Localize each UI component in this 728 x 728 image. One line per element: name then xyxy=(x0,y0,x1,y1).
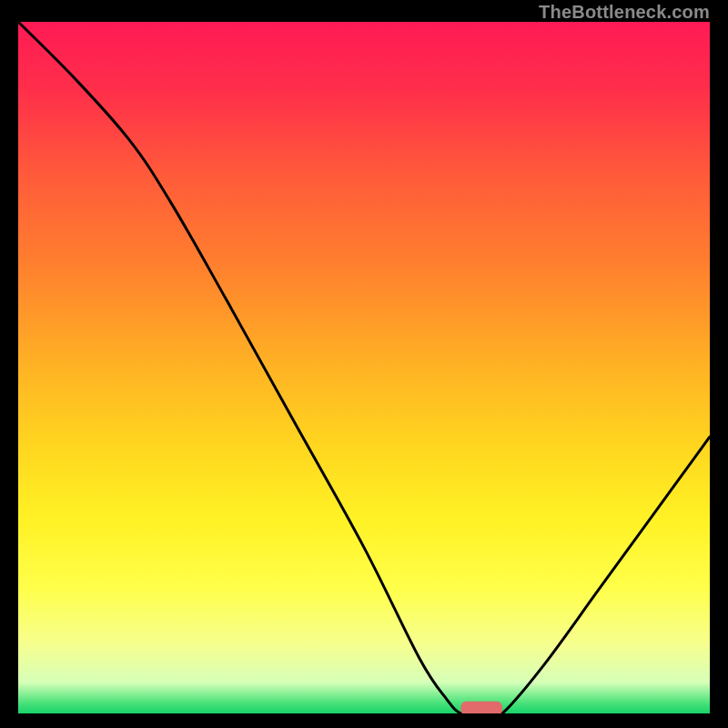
gradient-background xyxy=(18,22,710,713)
watermark-text: TheBottleneck.com xyxy=(539,2,710,23)
chart-container: TheBottleneck.com xyxy=(0,0,728,728)
optimal-region-marker xyxy=(460,702,502,713)
chart-svg xyxy=(18,22,710,713)
bottleneck-plot xyxy=(18,22,710,713)
